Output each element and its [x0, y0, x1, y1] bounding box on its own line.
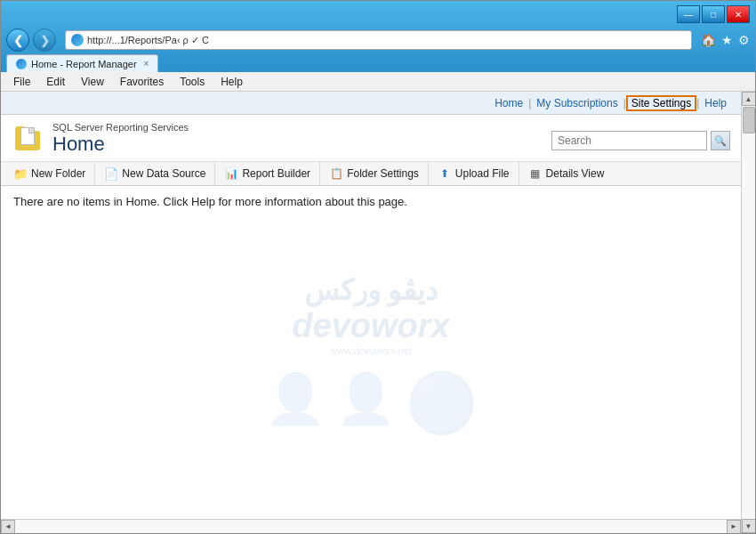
maximize-button[interactable]: □	[702, 5, 725, 23]
new-data-source-button[interactable]: 📄 New Data Source	[95, 162, 215, 185]
menu-favorites[interactable]: Favorites	[113, 74, 171, 90]
nav-help[interactable]: Help	[699, 95, 732, 111]
tab-close-button[interactable]: ×	[144, 59, 149, 69]
browser-tab[interactable]: Home - Report Manager ×	[6, 54, 158, 72]
menu-view[interactable]: View	[74, 74, 111, 90]
empty-message: There are no items in Home. Click Help f…	[13, 195, 728, 208]
forward-button[interactable]: ❯	[33, 28, 56, 52]
new-data-source-label: New Data Source	[122, 167, 205, 180]
report-builder-button[interactable]: 📊 Report Builder	[215, 162, 320, 185]
vertical-scrollbar: ▲ ▼	[741, 92, 755, 533]
folder-icon: 📁	[13, 166, 28, 181]
datasource-icon: 📄	[104, 166, 118, 181]
upload-file-button[interactable]: ⬆ Upload File	[429, 162, 519, 185]
folder-settings-icon: 📋	[329, 166, 343, 181]
scroll-left-button[interactable]: ◄	[1, 520, 15, 534]
tab-ie-icon	[16, 59, 27, 69]
menu-edit[interactable]: Edit	[39, 74, 72, 90]
new-folder-label: New Folder	[31, 167, 85, 180]
settings-icon[interactable]: ⚙	[738, 33, 750, 47]
address-text: http://...1/Reports/Pa‹ ρ ✓ C	[87, 35, 686, 46]
scroll-up-button[interactable]: ▲	[742, 92, 756, 106]
watermark: ديڤو ورکس devoworx www.devoworx.net 👤 👤 …	[265, 273, 478, 433]
page-title: Home	[52, 133, 189, 156]
scroll-down-button[interactable]: ▼	[742, 519, 756, 533]
menu-bar: File Edit View Favorites Tools Help	[1, 72, 755, 92]
address-bar[interactable]: http://...1/Reports/Pa‹ ρ ✓ C	[65, 30, 692, 50]
new-folder-button[interactable]: 📁 New Folder	[4, 162, 95, 185]
details-view-button[interactable]: ▦ Details View	[519, 162, 614, 185]
vertical-scrollbar-track[interactable]	[742, 106, 756, 519]
horizontal-scrollbar: ◄ ►	[1, 519, 741, 533]
details-view-label: Details View	[546, 167, 605, 180]
back-button[interactable]: ❮	[6, 28, 29, 52]
ssrs-icon	[12, 124, 44, 156]
nav-home[interactable]: Home	[489, 95, 528, 111]
favorites-icon[interactable]: ★	[721, 33, 733, 47]
ie-icon	[71, 34, 84, 46]
search-input[interactable]	[551, 131, 707, 150]
menu-help[interactable]: Help	[213, 74, 250, 90]
horizontal-scrollbar-track[interactable]	[15, 520, 727, 534]
upload-icon: ⬆	[438, 166, 452, 181]
report-builder-icon: 📊	[224, 166, 238, 181]
upload-file-label: Upload File	[455, 167, 510, 180]
home-icon[interactable]: 🏠	[701, 33, 716, 47]
top-navigation: Home | My Subscriptions | Site Settings …	[1, 92, 741, 115]
scrollbar-thumb[interactable]	[743, 107, 755, 134]
page-header: SQL Server Reporting Services Home 🔍	[1, 115, 741, 156]
menu-file[interactable]: File	[6, 74, 37, 90]
minimize-button[interactable]: —	[677, 5, 700, 23]
details-view-icon: ▦	[528, 166, 543, 181]
scroll-right-button[interactable]: ►	[727, 520, 741, 534]
nav-site-settings[interactable]: Site Settings	[626, 95, 696, 111]
report-builder-label: Report Builder	[242, 167, 310, 180]
close-button[interactable]: ✕	[727, 5, 750, 23]
menu-tools[interactable]: Tools	[173, 74, 212, 90]
search-icon: 🔍	[714, 135, 727, 147]
tab-label: Home - Report Manager	[31, 59, 137, 69]
page-subtitle: SQL Server Reporting Services	[52, 122, 189, 133]
folder-settings-button[interactable]: 📋 Folder Settings	[320, 162, 429, 185]
nav-my-subscriptions[interactable]: My Subscriptions	[531, 95, 623, 111]
content-area: There are no items in Home. Click Help f…	[1, 186, 741, 519]
search-button[interactable]: 🔍	[711, 131, 730, 150]
folder-settings-label: Folder Settings	[347, 167, 419, 180]
doc-icon	[20, 127, 35, 145]
toolbar: 📁 New Folder 📄 New Data Source 📊 Report …	[1, 161, 741, 186]
